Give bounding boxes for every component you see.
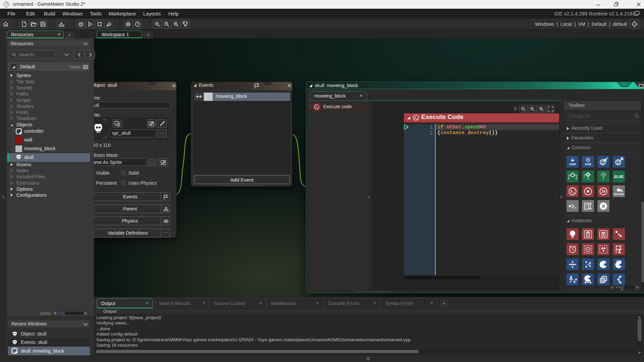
svg-text:?: ? [602,173,604,176]
svg-text:VAR: VAR [585,162,591,166]
svg-text:ELSE: ELSE [614,175,624,179]
svg-text:?: ? [137,22,139,26]
svg-text:RETURN: RETURN [614,193,624,195]
svg-text:VAR: VAR [569,162,576,166]
